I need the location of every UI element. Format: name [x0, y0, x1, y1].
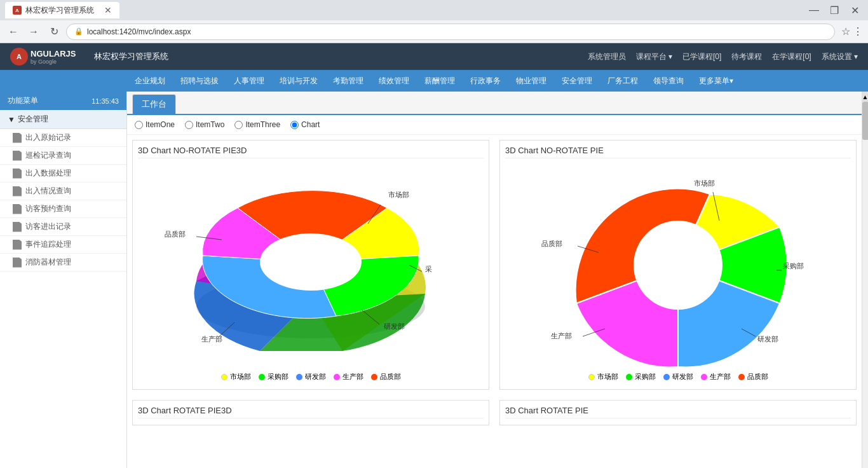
section-label: 安全管理 — [18, 114, 48, 125]
legend-dot-quality — [371, 374, 377, 380]
sidebar-item-visitor-inout[interactable]: 访客进出记录 — [0, 218, 126, 236]
donut2-hole — [634, 221, 722, 310]
radio-item-one[interactable]: ItemOne — [135, 120, 175, 129]
chart-2-area: 市场部 采购部 研发部 生产部 品质部 — [505, 163, 851, 367]
chart-1-svg: 市场部 采 研发部 生产部 品质部 — [146, 173, 476, 357]
bottom-chart-2-title: 3D Chart ROTATE PIE — [505, 406, 851, 418]
browser-titlebar: A 林宏权学习管理系统 ✕ — ❐ ✕ — [0, 0, 868, 20]
header-nav-pending[interactable]: 待考课程 — [731, 52, 762, 62]
sidebar-item-visitor-appt[interactable]: 访客预约查询 — [0, 200, 126, 218]
sidebar-item-fire-equip[interactable]: 消防器材管理 — [0, 254, 126, 272]
sidebar-item-entry-record[interactable]: 出入原始记录 — [0, 129, 126, 147]
app-header: A NGULARJS by Google 林宏权学习管理系统 系统管理员 课程平… — [0, 43, 868, 70]
nav-hr[interactable]: 人事管理 — [226, 70, 272, 92]
maximize-button[interactable]: ❐ — [826, 4, 843, 17]
logo-sub: by Google — [31, 59, 76, 65]
nav-training[interactable]: 培训与开发 — [272, 70, 325, 92]
legend-prod: 生产部 — [334, 372, 363, 382]
tab-title: 林宏权学习管理系统 — [25, 5, 100, 16]
doc-icon — [13, 240, 22, 250]
sidebar-item-label: 访客预约查询 — [25, 203, 71, 214]
header-nav-courses[interactable]: 课程平台 — [636, 52, 672, 62]
sidebar-item-label: 巡检记录查询 — [25, 150, 71, 161]
scrollbar-thumb[interactable] — [862, 102, 868, 140]
nav-property[interactable]: 物业管理 — [508, 70, 554, 92]
scrollbar[interactable]: ▲ — [862, 92, 868, 468]
label-rd: 研发部 — [384, 322, 405, 330]
bottom-chart-2: 3D Chart ROTATE PIE — [499, 400, 857, 425]
radio-input-three[interactable] — [234, 121, 243, 129]
nav-leader[interactable]: 领导查询 — [646, 70, 691, 92]
nav-enterprise[interactable]: 企业规划 — [127, 70, 173, 92]
minimize-button[interactable]: — — [806, 4, 822, 17]
nav-admin[interactable]: 行政事务 — [463, 70, 508, 92]
legend2-rd: 研发部 — [663, 372, 693, 382]
chart-1-legend: 市场部 采购部 研发部 生产部 — [138, 367, 484, 384]
chart-2-legend: 市场部 采购部 研发部 生产部 — [505, 367, 851, 384]
close-button[interactable]: ✕ — [846, 4, 863, 17]
legend-label-market: 市场部 — [230, 372, 251, 382]
radio-label-three: ItemThree — [245, 120, 280, 129]
legend2-label-market: 市场部 — [597, 372, 618, 382]
header-nav-studied[interactable]: 已学课程[0] — [682, 52, 721, 62]
sidebar-item-label: 访客进出记录 — [25, 221, 71, 232]
doc-icon — [13, 222, 22, 232]
extensions-icon[interactable]: ⋮ — [853, 25, 863, 38]
nav-attendance[interactable]: 考勤管理 — [325, 70, 371, 92]
doc-icon — [13, 186, 22, 196]
nav-recruit[interactable]: 招聘与选拔 — [173, 70, 226, 92]
window-controls: — ❐ ✕ — [806, 4, 863, 17]
legend-dot-rd — [296, 374, 302, 380]
sidebar-time: 11:35:43 — [92, 97, 119, 105]
sidebar-section-safety[interactable]: ▼ 安全管理 — [0, 110, 126, 129]
sidebar-item-label: 出入原始记录 — [25, 132, 71, 143]
legend2-dot-quality — [738, 374, 745, 380]
sidebar-item-data-process[interactable]: 出入数据处理 — [0, 165, 126, 182]
sidebar-item-label: 出入数据处理 — [25, 168, 71, 179]
radio-item-two[interactable]: ItemTwo — [185, 120, 224, 129]
nav-factory[interactable]: 厂务工程 — [600, 70, 646, 92]
nav-salary[interactable]: 薪酬管理 — [417, 70, 463, 92]
radio-item-chart[interactable]: Chart — [290, 120, 320, 129]
legend-dot-prod — [334, 374, 340, 380]
nav-performance[interactable]: 绩效管理 — [371, 70, 417, 92]
header-nav-sysadmin[interactable]: 系统管理员 — [588, 52, 626, 62]
radio-input-two[interactable] — [185, 121, 193, 129]
nav-more[interactable]: 更多菜单 — [691, 70, 741, 92]
chart-2-container: 3D Chart NO-ROTATE PIE — [499, 140, 857, 390]
back-button[interactable]: ← — [5, 24, 22, 40]
url-text: localhost:1420/mvc/index.aspx — [87, 27, 191, 36]
doc-icon — [13, 133, 22, 143]
header-nav-settings[interactable]: 系统设置 — [822, 52, 858, 62]
sidebar-item-label: 事件追踪处理 — [25, 239, 71, 250]
radio-input-chart[interactable] — [290, 121, 299, 129]
legend-dot-purchase — [259, 374, 265, 380]
radio-item-three[interactable]: ItemThree — [234, 120, 280, 129]
doc-icon — [13, 258, 22, 268]
sidebar-item-label: 消防器材管理 — [25, 257, 71, 268]
nav-safety[interactable]: 安全管理 — [554, 70, 600, 92]
forward-button[interactable]: → — [25, 24, 42, 40]
header-nav-studying[interactable]: 在学课程[0] — [772, 52, 811, 62]
label2-purchase: 采购部 — [783, 262, 804, 270]
sidebar-item-patrol-query[interactable]: 巡检记录查询 — [0, 147, 126, 165]
bookmark-icon[interactable]: ☆ — [841, 25, 850, 38]
sidebar: 功能菜单 11:35:43 ▼ 安全管理 出入原始记录 巡检记录查询 出入数据处… — [0, 92, 127, 468]
address-bar[interactable]: 🔒 localhost:1420/mvc/index.aspx — [66, 24, 835, 40]
main-content: 工作台 ItemOne ItemTwo ItemThree Chart — [127, 92, 862, 468]
label2-prod: 生产部 — [551, 332, 572, 340]
scroll-up-button[interactable]: ▲ — [862, 92, 868, 102]
doc-icon — [13, 204, 22, 214]
sidebar-item-incident-track[interactable]: 事件追踪处理 — [0, 236, 126, 254]
chart-2-title: 3D Chart NO-ROTATE PIE — [505, 146, 851, 158]
legend-market: 市场部 — [221, 372, 251, 382]
radio-input-one[interactable] — [135, 121, 143, 129]
legend2-label-quality: 品质部 — [747, 372, 768, 382]
browser-tab[interactable]: A 林宏权学习管理系统 ✕ — [5, 2, 119, 18]
tab-close-button[interactable]: ✕ — [104, 5, 112, 15]
sidebar-item-status-query[interactable]: 出入情况查询 — [0, 182, 126, 200]
sidebar-header: 功能菜单 11:35:43 — [0, 92, 126, 110]
legend2-market: 市场部 — [588, 372, 618, 382]
refresh-button[interactable]: ↻ — [46, 24, 62, 40]
tab-workspace[interactable]: 工作台 — [132, 94, 176, 114]
